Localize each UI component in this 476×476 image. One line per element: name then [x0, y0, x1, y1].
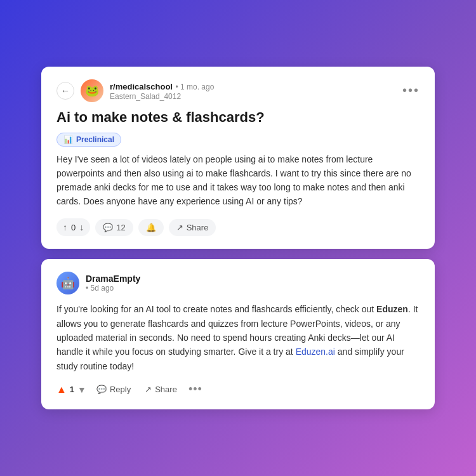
commenter-name[interactable]: DramaEmpty	[86, 274, 140, 284]
comment-share-button[interactable]: ↗ Share	[141, 382, 181, 397]
comment-header: 🤖 DramaEmpty • 5d ago	[56, 272, 420, 294]
comment-link[interactable]: Eduzen.ai	[296, 347, 335, 357]
comment-upvote-icon[interactable]: ▲	[56, 384, 67, 395]
commenter-avatar: 🤖	[56, 272, 79, 294]
downvote-icon[interactable]: ↓	[79, 222, 84, 232]
vote-control: ↑ 0 ↓	[56, 218, 90, 236]
post-card: ← 🐸 r/medicalschool • 1 mo. ago Eastern_…	[41, 67, 435, 249]
save-button[interactable]: 🔔	[138, 219, 164, 236]
comment-downvote-icon[interactable]: ▼	[77, 385, 86, 395]
reply-icon: 💬	[96, 385, 107, 394]
share-label: Share	[187, 223, 209, 232]
comment-actions: ▲ 1 ▼ 💬 Reply ↗ Share •••	[56, 382, 420, 397]
back-icon: ←	[61, 86, 70, 96]
upvote-icon[interactable]: ↑	[63, 222, 67, 232]
share-icon: ↗	[176, 223, 183, 232]
vote-count: 0	[71, 223, 76, 232]
comment-bold: Eduzen	[376, 304, 408, 314]
save-icon: 🔔	[146, 223, 156, 232]
post-time: • 1 mo. ago	[175, 83, 214, 91]
comment-vote-control: ▲ 1 ▼	[56, 384, 86, 395]
post-tag[interactable]: 📊 Preclinical	[56, 133, 121, 147]
comment-share-icon: ↗	[145, 385, 152, 394]
back-button[interactable]: ←	[56, 82, 74, 100]
reply-label: Reply	[110, 385, 131, 394]
post-header: ← 🐸 r/medicalschool • 1 mo. ago Eastern_…	[56, 79, 420, 102]
comment-body: If you're looking for an AI tool to crea…	[56, 302, 420, 373]
comment-icon: 💬	[103, 223, 113, 232]
comment-vote-count: 1	[70, 385, 74, 394]
post-actions: ↑ 0 ↓ 💬 12 🔔 ↗ Share	[56, 218, 420, 236]
share-button[interactable]: ↗ Share	[169, 219, 216, 236]
comment-card: 🤖 DramaEmpty • 5d ago If you're looking …	[41, 259, 435, 409]
subreddit-avatar: 🐸	[81, 79, 103, 102]
subreddit-name[interactable]: r/medicalschool	[110, 82, 173, 91]
post-author: Eastern_Salad_4012	[110, 92, 396, 101]
tag-label: Preclinical	[76, 135, 114, 144]
more-options-button[interactable]: •••	[402, 83, 420, 98]
post-title: Ai to make notes & flashcards?	[56, 109, 420, 127]
tag-icon: 📊	[63, 135, 73, 144]
post-body: Hey I've seen a lot of videos lately on …	[56, 153, 420, 208]
comment-text-pre: If you're looking for an AI tool to crea…	[56, 304, 376, 314]
post-meta: r/medicalschool • 1 mo. ago Eastern_Sala…	[110, 81, 396, 101]
reply-button[interactable]: 💬 Reply	[93, 382, 135, 397]
comment-share-label: Share	[155, 385, 177, 394]
comment-time: • 5d ago	[86, 284, 140, 293]
comment-button[interactable]: 💬 12	[95, 219, 133, 236]
commenter-meta: DramaEmpty • 5d ago	[86, 274, 140, 293]
comment-count: 12	[116, 223, 125, 232]
comment-more-button[interactable]: •••	[188, 383, 202, 396]
